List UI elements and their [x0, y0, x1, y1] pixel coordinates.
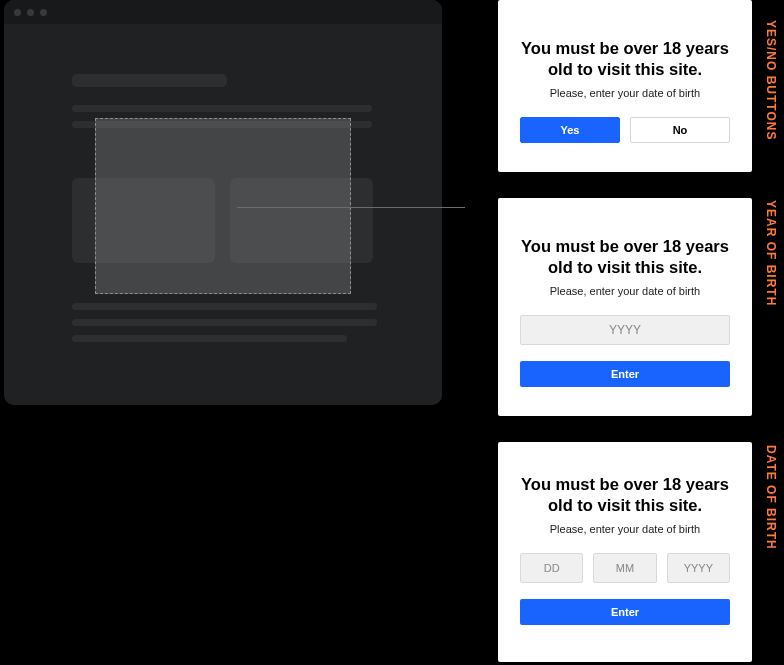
section-label-year: YEAR OF BIRTH	[764, 200, 778, 306]
enter-button[interactable]: Enter	[520, 361, 730, 387]
agegate-heading: You must be over 18 years old to visit t…	[520, 236, 730, 277]
enter-button[interactable]: Enter	[520, 599, 730, 625]
agegate-subtext: Please, enter your date of birth	[520, 285, 730, 297]
month-input[interactable]	[593, 553, 656, 583]
agegate-subtext: Please, enter your date of birth	[520, 523, 730, 535]
agegate-heading: You must be over 18 years old to visit t…	[520, 474, 730, 515]
year-input[interactable]	[667, 553, 730, 583]
section-label-yesno: YES/NO BUTTONS	[764, 20, 778, 140]
connector-line	[237, 207, 465, 208]
agegate-subtext: Please, enter your date of birth	[520, 87, 730, 99]
agegate-heading: You must be over 18 years old to visit t…	[520, 38, 730, 79]
agegate-yesno-card: You must be over 18 years old to visit t…	[498, 0, 752, 172]
section-label-dob: DATE OF BIRTH	[764, 445, 778, 550]
no-button[interactable]: No	[630, 117, 730, 143]
modal-placeholder	[95, 118, 351, 294]
agegate-dob-card: You must be over 18 years old to visit t…	[498, 442, 752, 662]
day-input[interactable]	[520, 553, 583, 583]
yes-button[interactable]: Yes	[520, 117, 620, 143]
year-input[interactable]	[520, 315, 730, 345]
agegate-year-card: You must be over 18 years old to visit t…	[498, 198, 752, 416]
